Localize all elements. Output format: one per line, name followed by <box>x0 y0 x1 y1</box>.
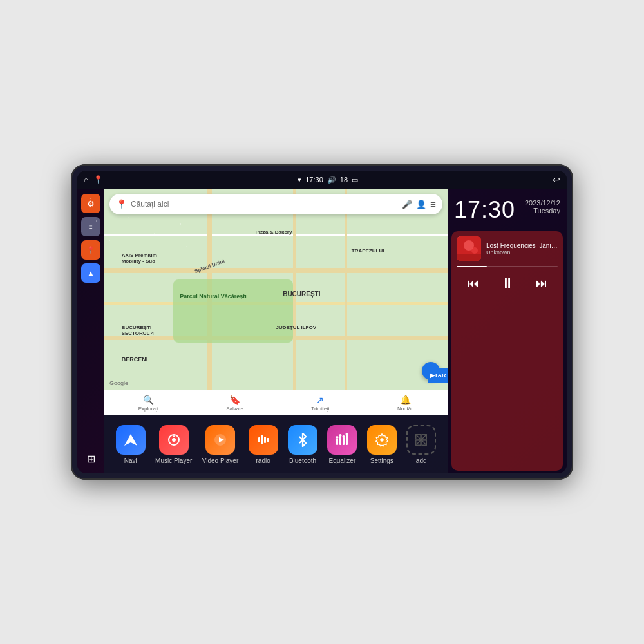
sidebar-map-button[interactable]: 📍 <box>81 240 100 260</box>
map-label-sector: BUCUREȘTISECTORUL 4 <box>122 325 154 336</box>
app-bluetooth[interactable]: Bluetooth <box>288 425 317 464</box>
svg-point-2 <box>172 438 176 442</box>
svg-rect-7 <box>264 437 266 443</box>
radio-icon <box>249 425 278 455</box>
map-label-pizza: Pizza & Bakery <box>256 229 292 235</box>
device-screen: ⌂ 📍 ▾ 17:30 🔊 18 ▭ ↩ ⚙ ≡ 📍 ▲ <box>77 171 567 473</box>
svg-rect-6 <box>261 435 263 444</box>
music-info: Lost Frequencies_Janie... Unknown <box>457 236 558 261</box>
svg-point-13 <box>336 436 339 439</box>
music-player-label: Music Player <box>155 457 192 464</box>
share-icon: ↗ <box>316 395 324 405</box>
sidebar-bottom: ⊞ <box>81 449 100 468</box>
music-title: Lost Frequencies_Janie... <box>486 242 558 249</box>
music-text: Lost Frequencies_Janie... Unknown <box>486 242 558 256</box>
volume-icon: 🔊 <box>327 176 336 184</box>
home-icon[interactable]: ⌂ <box>84 175 88 184</box>
svg-point-36 <box>471 247 478 254</box>
sidebar: ⚙ ≡ 📍 ▲ ⊞ <box>77 189 104 473</box>
album-art-image <box>457 236 481 261</box>
svg-point-15 <box>343 435 345 438</box>
app-radio[interactable]: radio <box>249 425 278 464</box>
share-label: Trimiteți <box>311 406 329 412</box>
app-settings[interactable]: Settings <box>367 425 397 464</box>
clock-time: 17:30 <box>454 196 515 223</box>
status-right: ↩ <box>553 175 560 185</box>
video-player-icon <box>205 425 235 455</box>
news-label: Noutăți <box>397 406 413 412</box>
sidebar-grid-button[interactable]: ⊞ <box>81 449 100 468</box>
map-watermark: Google <box>109 380 128 386</box>
app-add[interactable]: add <box>406 425 436 464</box>
map-label-park: Parcul Natural Văcărești <box>180 293 247 299</box>
map-container[interactable]: AXIS PremiumMobility - Sud Pizza & Baker… <box>104 189 448 415</box>
clock-date: 2023/12/12 Tuesday <box>525 196 560 214</box>
device: ⌂ 📍 ▾ 17:30 🔊 18 ▭ ↩ ⚙ ≡ 📍 ▲ <box>71 164 573 480</box>
battery-icon: ▭ <box>352 176 358 184</box>
settings-app-icon <box>367 425 397 455</box>
music-player-icon <box>159 425 189 455</box>
next-button[interactable]: ⏭ <box>533 274 550 293</box>
start-button[interactable]: ▶TAR <box>428 368 448 383</box>
clock-section: 17:30 2023/12/12 Tuesday <box>448 189 567 229</box>
menu-icon[interactable]: ☰ <box>430 201 436 208</box>
svg-rect-12 <box>346 435 348 445</box>
sidebar-folder-button[interactable]: ≡ <box>81 217 100 236</box>
mic-icon[interactable]: 🎤 <box>402 200 412 209</box>
svg-rect-8 <box>267 438 269 442</box>
navi-label: Navi <box>124 457 137 464</box>
bluetooth-label: Bluetooth <box>289 457 316 464</box>
svg-rect-9 <box>336 439 338 445</box>
svg-rect-11 <box>343 437 345 445</box>
status-bar: ⌂ 📍 ▾ 17:30 🔊 18 ▭ ↩ <box>77 171 567 189</box>
map-view[interactable]: AXIS PremiumMobility - Sud Pizza & Baker… <box>104 189 448 415</box>
status-left: ⌂ 📍 <box>84 175 103 184</box>
map-label-trapez: TRAPEZULUI <box>352 248 384 254</box>
svg-rect-37 <box>457 254 481 261</box>
app-navi[interactable]: Navi <box>116 425 146 464</box>
map-tab-explore[interactable]: 🔍 Explorați <box>138 395 158 412</box>
map-tab-share[interactable]: ↗ Trimiteți <box>311 395 329 412</box>
sidebar-settings-button[interactable]: ⚙ <box>81 194 100 213</box>
status-center: ▾ 17:30 🔊 18 ▭ <box>298 176 358 184</box>
battery-level: 18 <box>340 176 348 184</box>
google-maps-icon: 📍 <box>116 199 127 209</box>
album-art <box>457 236 481 261</box>
map-label-berceni: BERCENI <box>122 356 148 363</box>
account-icon[interactable]: 👤 <box>416 200 426 209</box>
svg-marker-0 <box>124 434 137 446</box>
map-search-input[interactable] <box>131 200 398 209</box>
map-label-ilfov: JUDEȚUL ILFOV <box>276 325 317 330</box>
svg-point-16 <box>346 433 348 435</box>
music-controls: ⏮ ⏸ ⏭ <box>457 272 558 294</box>
news-icon: 🔔 <box>400 395 411 405</box>
pause-button[interactable]: ⏸ <box>498 272 517 294</box>
radio-label: radio <box>256 457 270 464</box>
right-panel: 17:30 2023/12/12 Tuesday <box>448 189 567 473</box>
bluetooth-icon <box>288 425 317 455</box>
saved-icon: 🔖 <box>229 395 240 405</box>
svg-rect-5 <box>258 437 260 442</box>
status-time: 17:30 <box>305 176 323 184</box>
center-area: AXIS PremiumMobility - Sud Pizza & Baker… <box>104 189 448 473</box>
svg-point-14 <box>339 434 342 437</box>
settings-label: Settings <box>370 457 393 464</box>
video-player-label: Video Player <box>202 457 239 464</box>
equalizer-label: Equalizer <box>329 457 356 464</box>
map-bottom-bar: 🔍 Explorați 🔖 Salvate ↗ Trimiteți <box>104 390 448 415</box>
music-progress-bar[interactable] <box>457 266 558 267</box>
app-music-player[interactable]: Music Player <box>155 425 192 464</box>
music-progress-fill <box>457 266 487 267</box>
map-tab-news[interactable]: 🔔 Noutăți <box>397 395 413 412</box>
app-video-player[interactable]: Video Player <box>202 425 239 464</box>
maps-icon[interactable]: 📍 <box>93 175 103 184</box>
map-tab-saved[interactable]: 🔖 Salvate <box>226 395 243 412</box>
prev-button[interactable]: ⏮ <box>465 274 482 293</box>
sidebar-navi-button[interactable]: ▲ <box>81 263 100 283</box>
svg-rect-10 <box>339 436 341 445</box>
add-label: add <box>416 457 427 464</box>
map-search-bar[interactable]: 📍 🎤 👤 ☰ <box>109 194 442 214</box>
app-equalizer[interactable]: Equalizer <box>327 425 357 464</box>
app-dock: Navi Music Player Video Player <box>104 415 448 473</box>
back-icon[interactable]: ↩ <box>553 175 560 185</box>
